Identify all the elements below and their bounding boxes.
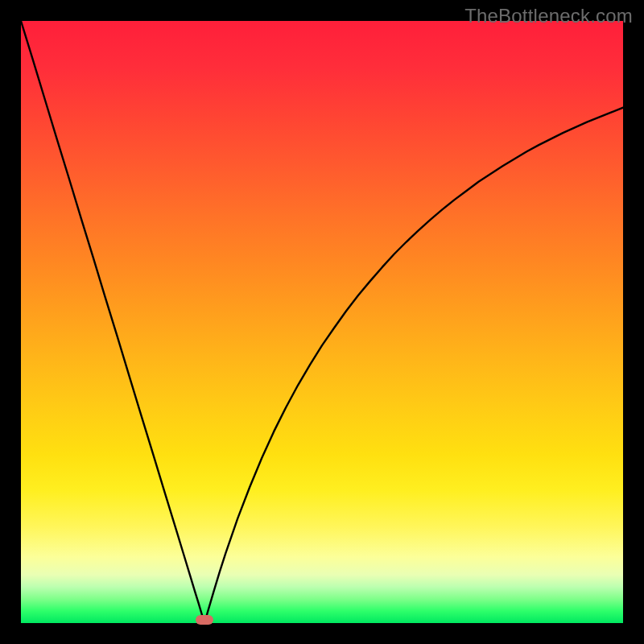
bottleneck-curve xyxy=(21,21,623,623)
chart-frame: TheBottleneck.com xyxy=(0,0,644,644)
plot-area xyxy=(21,21,623,623)
curve-svg xyxy=(21,21,623,623)
watermark-text: TheBottleneck.com xyxy=(464,5,633,27)
minimum-marker xyxy=(196,615,213,625)
